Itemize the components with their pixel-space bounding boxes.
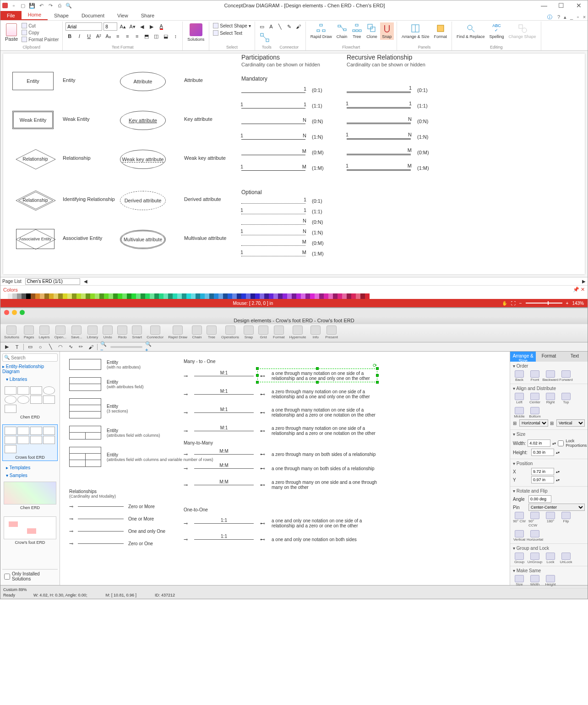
zoom-out-icon[interactable]: 🔍− [100,343,108,351]
derived-attribute-shape[interactable]: Derived attribute [120,191,166,210]
color-swatch[interactable] [35,293,40,299]
center-button[interactable]: Center [528,393,541,404]
select-text-button[interactable]: Select Text [212,30,243,36]
toolbar-solutions-button[interactable]: Solutions [2,325,21,341]
change-shape-button[interactable]: Change Shape [507,22,538,40]
pencil-tool-icon[interactable]: ✏ [77,343,84,351]
text-tool-icon[interactable]: A [267,22,275,31]
recursive-line[interactable]: 11 [347,107,411,108]
mandatory-line[interactable]: 1 [241,92,305,93]
indent-left-icon[interactable]: ◀ [138,22,146,31]
grow-font-icon[interactable]: A▴ [119,22,127,31]
color-swatch[interactable] [81,293,86,299]
color-swatch[interactable] [17,293,22,299]
format-painter-button[interactable]: Format Painter [21,36,60,43]
line-tool-icon[interactable]: ╲ [47,343,54,351]
angle-input[interactable] [528,495,551,503]
color-swatch[interactable] [95,293,99,299]
relationship-line[interactable] [78,543,124,544]
backward-button[interactable]: Backward [544,370,557,382]
font-color-icon[interactable]: A [157,22,165,31]
color-swatch[interactable] [255,293,260,299]
color-swatch[interactable] [232,293,237,299]
front-button[interactable]: Front [528,370,541,382]
recursive-line[interactable]: N [347,123,411,124]
color-swatch[interactable] [310,293,315,299]
underline-button[interactable]: U [85,32,93,40]
shrink-font-icon[interactable]: A▾ [128,22,136,31]
canvas-area[interactable]: Entity Weak Entity Relationship Relation… [0,51,588,277]
bottom-button[interactable]: Bottom [528,407,541,418]
sample-chen-erd[interactable]: Chen ERD [2,480,58,511]
color-swatch[interactable] [223,293,228,299]
vertical-distribute-select[interactable]: Vertical [556,419,585,427]
recursive-line[interactable]: 1M [347,169,411,171]
line-tool-icon[interactable]: ╲ [276,22,284,31]
color-swatch[interactable] [264,293,269,299]
lock-button[interactable]: Lock [544,553,557,564]
color-swatch[interactable] [305,293,310,299]
entity-shape[interactable] [69,398,101,418]
toolbar-smart-button[interactable]: Smart [130,325,144,341]
color-swatch[interactable] [319,293,324,299]
color-swatch[interactable] [12,293,17,299]
color-swatch[interactable] [141,293,145,299]
paste-button[interactable]: Paste [3,22,20,43]
color-swatch[interactable] [177,293,182,299]
ribbon-collapse-icon[interactable]: ▴ [562,14,568,20]
tree-root[interactable]: ▸ Entity-Relationship Diagram [2,363,58,374]
entity-shape[interactable] [69,447,101,467]
color-swatch[interactable] [205,293,209,299]
rapid-draw-button[interactable]: Rapid Draw [309,22,334,40]
entity-shape[interactable]: Entity [12,72,54,90]
copy-button[interactable]: Copy [21,29,60,36]
zoom-fit-icon[interactable]: ⛶ [511,301,516,306]
scroll-left-icon[interactable]: ◀ [84,279,87,284]
toolbar-tree-button[interactable]: Tree [205,325,218,341]
page-list-label[interactable]: Page List [2,279,22,284]
optional-line[interactable]: 1M [241,256,305,256]
font-size-select[interactable] [103,22,117,31]
color-swatch[interactable] [283,293,287,299]
snap-button[interactable]: Snap [380,22,394,40]
color-swatch[interactable] [296,293,301,299]
toolbar-save-button[interactable]: Save... [69,325,84,341]
color-swatch[interactable] [324,293,328,299]
relationship-line[interactable]: M:M [194,485,254,485]
color-swatch[interactable] [49,293,54,299]
text-tool-icon[interactable]: T [13,343,21,351]
optional-line[interactable]: 1 [241,203,305,204]
cut-button[interactable]: Cut [21,22,60,29]
relationship-shape[interactable]: Relationship [12,150,58,168]
entity-shape[interactable] [69,426,101,439]
toolbar-redo-button[interactable]: Redo [115,325,129,341]
mac-canvas[interactable]: Entity(with no attributes)Entity(with at… [60,352,510,585]
back-button[interactable]: Back [513,370,526,382]
identifying-relationship-shape[interactable]: Relationship [12,191,58,209]
connector-button[interactable] [258,32,272,43]
color-swatch[interactable] [154,293,159,299]
brush-tool-icon[interactable]: 🖌 [87,343,94,351]
color-swatch[interactable] [338,293,342,299]
library-chen-erd[interactable]: Chen ERD [2,384,58,421]
color-swatch[interactable] [104,293,109,299]
color-swatch[interactable] [113,293,118,299]
recursive-line[interactable]: 1 [347,92,411,93]
zoom-in-icon[interactable]: + [566,301,569,306]
recursive-line[interactable]: 1N [347,138,411,140]
spline-tool-icon[interactable]: ∿ [67,343,74,351]
selected-shape[interactable]: ⟳ [258,369,377,382]
mac-close-button[interactable] [4,310,9,315]
optional-line[interactable]: M [241,245,305,246]
qat-open-icon[interactable]: ▢ [20,2,26,9]
toolbar-info-button[interactable]: Info [309,325,322,341]
zoom-slider[interactable] [110,346,142,348]
tab-document[interactable]: Document [75,11,111,20]
close-button[interactable]: ✕ [572,2,586,9]
color-swatch[interactable] [72,293,76,299]
tab-home[interactable]: Home [22,10,48,20]
relationship-line[interactable]: M:1 [194,412,254,413]
mandatory-line[interactable]: 11 [241,108,305,108]
color-swatch[interactable] [58,293,63,299]
ungroup-button[interactable]: UnGroup [528,553,541,564]
